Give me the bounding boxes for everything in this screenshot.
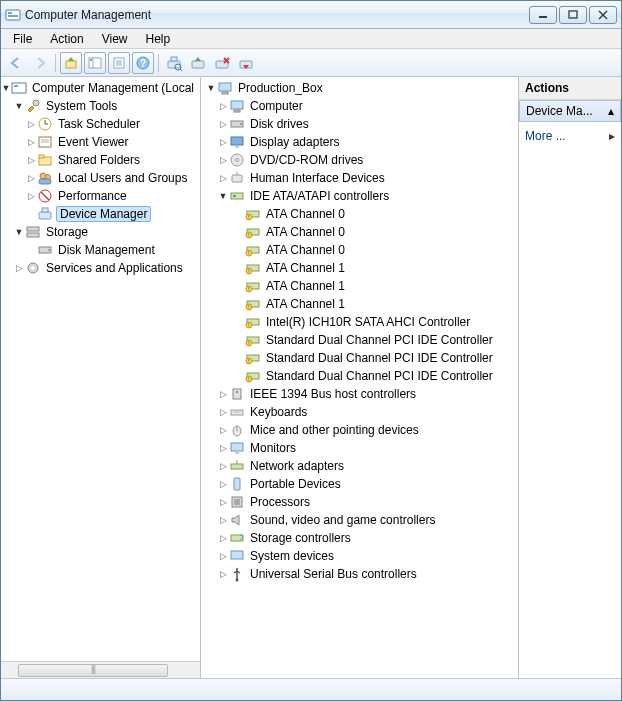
expand-icon[interactable]: ▷ xyxy=(217,407,229,417)
tree-system-tools[interactable]: ▼ System Tools xyxy=(1,97,200,115)
tree-shared-folders[interactable]: ▷ Shared Folders xyxy=(1,151,200,169)
expand-icon[interactable]: ▷ xyxy=(217,551,229,561)
svg-rect-43 xyxy=(42,208,48,212)
expand-icon[interactable]: ▷ xyxy=(25,173,37,183)
collapse-icon[interactable]: ▼ xyxy=(205,83,217,93)
device-root[interactable]: ▼ Production_Box xyxy=(201,79,518,97)
device-category-usb[interactable]: ▷Universal Serial Bus controllers xyxy=(201,565,518,583)
device-category-hid[interactable]: ▷Human Interface Devices xyxy=(201,169,518,187)
horizontal-scrollbar[interactable] xyxy=(1,661,200,678)
expand-icon[interactable]: ▷ xyxy=(25,119,37,129)
device-category-portable[interactable]: ▷Portable Devices xyxy=(201,475,518,493)
expand-icon[interactable]: ▷ xyxy=(217,461,229,471)
expand-icon[interactable]: ▷ xyxy=(217,137,229,147)
tree-label: Intel(R) ICH10R SATA AHCI Controller xyxy=(264,315,472,329)
expand-icon[interactable]: ▷ xyxy=(217,173,229,183)
tree-label: Standard Dual Channel PCI IDE Controller xyxy=(264,333,495,347)
back-button[interactable] xyxy=(5,52,27,74)
uninstall-button[interactable] xyxy=(211,52,233,74)
system-icon xyxy=(229,548,245,564)
tree-label: Universal Serial Bus controllers xyxy=(248,567,419,581)
tree-label: Services and Applications xyxy=(44,261,185,275)
menu-file[interactable]: File xyxy=(5,30,40,48)
device-category-mice[interactable]: ▷Mice and other pointing devices xyxy=(201,421,518,439)
tree-root[interactable]: ▼ Computer Management (Local xyxy=(1,79,200,97)
expand-icon[interactable]: ▷ xyxy=(217,155,229,165)
tree-task-scheduler[interactable]: ▷ Task Scheduler xyxy=(1,115,200,133)
expand-icon[interactable]: ▷ xyxy=(217,425,229,435)
tree-label: ATA Channel 0 xyxy=(264,243,347,257)
device-item-ide-5[interactable]: ▷!ATA Channel 1 xyxy=(201,295,518,313)
tree-performance[interactable]: ▷ Performance xyxy=(1,187,200,205)
device-item-ide-4[interactable]: ▷!ATA Channel 1 xyxy=(201,277,518,295)
expand-icon[interactable]: ▷ xyxy=(25,191,37,201)
tree-storage[interactable]: ▼ Storage xyxy=(1,223,200,241)
svg-point-109 xyxy=(236,579,239,582)
tree-label: System devices xyxy=(248,549,336,563)
actions-context[interactable]: Device Ma... ▴ xyxy=(519,100,621,122)
menu-action[interactable]: Action xyxy=(42,30,91,48)
device-category-disk-drives[interactable]: ▷Disk drives xyxy=(201,115,518,133)
device-category-dvd[interactable]: ▷DVD/CD-ROM drives xyxy=(201,151,518,169)
actions-more[interactable]: More ... ▸ xyxy=(519,122,621,150)
close-button[interactable] xyxy=(589,6,617,24)
device-item-ide-3[interactable]: ▷!ATA Channel 1 xyxy=(201,259,518,277)
scrollbar-thumb[interactable] xyxy=(18,664,168,677)
device-item-ide-1[interactable]: ▷!ATA Channel 0 xyxy=(201,223,518,241)
device-item-ide-8[interactable]: ▷!Standard Dual Channel PCI IDE Controll… xyxy=(201,349,518,367)
menu-view[interactable]: View xyxy=(94,30,136,48)
show-hide-tree-button[interactable] xyxy=(84,52,106,74)
expand-icon[interactable]: ▷ xyxy=(217,569,229,579)
collapse-icon[interactable]: ▼ xyxy=(1,83,11,93)
properties-button[interactable] xyxy=(108,52,130,74)
device-category-system-devices[interactable]: ▷System devices xyxy=(201,547,518,565)
expand-icon[interactable]: ▷ xyxy=(217,515,229,525)
device-category-ieee1394[interactable]: ▷IEEE 1394 Bus host controllers xyxy=(201,385,518,403)
forward-button[interactable] xyxy=(29,52,51,74)
collapse-icon[interactable]: ▼ xyxy=(13,101,25,111)
device-item-ide-0[interactable]: ▷!ATA Channel 0 xyxy=(201,205,518,223)
monitor-icon xyxy=(229,440,245,456)
tree-local-users[interactable]: ▷ Local Users and Groups xyxy=(1,169,200,187)
device-item-ide-7[interactable]: ▷!Standard Dual Channel PCI IDE Controll… xyxy=(201,331,518,349)
device-item-ide-6[interactable]: ▷!Intel(R) ICH10R SATA AHCI Controller xyxy=(201,313,518,331)
tree-device-manager[interactable]: ▷ Device Manager xyxy=(1,205,200,223)
device-category-ide[interactable]: ▼IDE ATA/ATAPI controllers xyxy=(201,187,518,205)
device-category-computer[interactable]: ▷Computer xyxy=(201,97,518,115)
expand-icon[interactable]: ▷ xyxy=(13,263,25,273)
scan-hardware-button[interactable] xyxy=(163,52,185,74)
collapse-icon[interactable]: ▼ xyxy=(13,227,25,237)
tree-label: DVD/CD-ROM drives xyxy=(248,153,365,167)
expand-icon[interactable]: ▷ xyxy=(25,155,37,165)
device-category-storage-controllers[interactable]: ▷Storage controllers xyxy=(201,529,518,547)
menu-help[interactable]: Help xyxy=(138,30,179,48)
tree-disk-management[interactable]: ▷ Disk Management xyxy=(1,241,200,259)
expand-icon[interactable]: ▷ xyxy=(217,119,229,129)
device-category-sound[interactable]: ▷Sound, video and game controllers xyxy=(201,511,518,529)
expand-icon[interactable]: ▷ xyxy=(217,479,229,489)
expand-icon[interactable]: ▷ xyxy=(217,389,229,399)
expand-icon[interactable]: ▷ xyxy=(25,137,37,147)
maximize-button[interactable] xyxy=(559,6,587,24)
disable-button[interactable] xyxy=(235,52,257,74)
svg-rect-4 xyxy=(569,11,577,18)
device-category-monitors[interactable]: ▷Monitors xyxy=(201,439,518,457)
device-category-network[interactable]: ▷Network adapters xyxy=(201,457,518,475)
device-category-display-adapters[interactable]: ▷Display adapters xyxy=(201,133,518,151)
device-category-processors[interactable]: ▷Processors xyxy=(201,493,518,511)
expand-icon[interactable]: ▷ xyxy=(217,497,229,507)
svg-text:!: ! xyxy=(248,304,249,310)
minimize-button[interactable] xyxy=(529,6,557,24)
device-category-keyboards[interactable]: ▷Keyboards xyxy=(201,403,518,421)
help-button[interactable]: ? xyxy=(132,52,154,74)
tree-event-viewer[interactable]: ▷ Event Viewer xyxy=(1,133,200,151)
update-driver-button[interactable] xyxy=(187,52,209,74)
tree-services-apps[interactable]: ▷ Services and Applications xyxy=(1,259,200,277)
up-button[interactable] xyxy=(60,52,82,74)
expand-icon[interactable]: ▷ xyxy=(217,101,229,111)
collapse-icon[interactable]: ▼ xyxy=(217,191,229,201)
device-item-ide-9[interactable]: ▷!Standard Dual Channel PCI IDE Controll… xyxy=(201,367,518,385)
expand-icon[interactable]: ▷ xyxy=(217,533,229,543)
device-item-ide-2[interactable]: ▷!ATA Channel 0 xyxy=(201,241,518,259)
expand-icon[interactable]: ▷ xyxy=(217,443,229,453)
